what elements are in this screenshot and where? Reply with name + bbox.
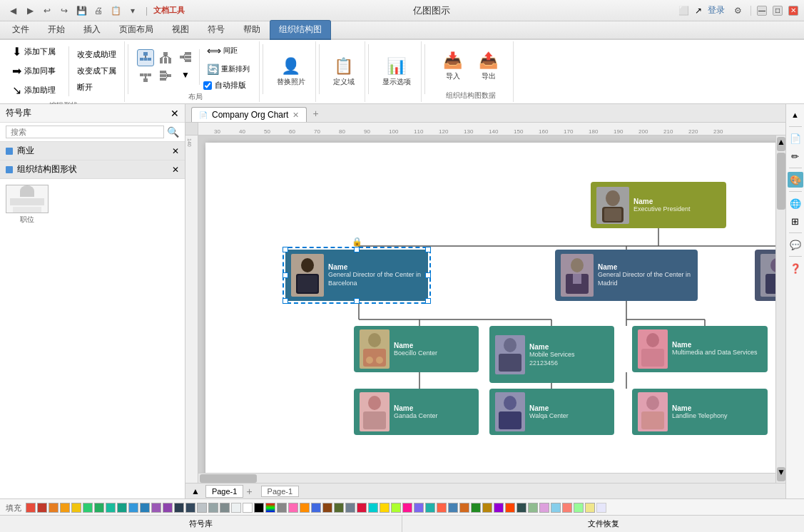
swatch-47[interactable] xyxy=(562,503,572,513)
swatch-20[interactable] xyxy=(254,503,264,513)
swatch-8[interactable] xyxy=(117,503,127,513)
maximize-btn[interactable]: □ xyxy=(773,6,783,16)
swatch-46[interactable] xyxy=(551,503,561,513)
change-down-btn[interactable]: 改变成下属 xyxy=(73,63,120,78)
right-tool-page[interactable]: 📄 xyxy=(788,131,803,146)
swatch-4[interactable] xyxy=(71,503,81,513)
right-tool-palette[interactable]: 🎨 xyxy=(788,172,803,188)
resize-handle-tl[interactable] xyxy=(283,247,288,252)
resize-handle-br[interactable] xyxy=(425,298,431,304)
swatch-48[interactable] xyxy=(574,503,584,513)
swatch-36[interactable] xyxy=(437,503,447,513)
swatch-26[interactable] xyxy=(322,503,332,513)
swatch-21[interactable] xyxy=(265,503,275,513)
swatch-15[interactable] xyxy=(197,503,207,513)
swatch-43[interactable] xyxy=(517,503,526,513)
swatch-39[interactable] xyxy=(471,503,481,513)
tab-file[interactable]: 文件 xyxy=(3,20,39,39)
vscroll-up-btn[interactable]: ▲ xyxy=(777,137,785,151)
swatch-41[interactable] xyxy=(494,503,504,513)
swatch-0[interactable] xyxy=(26,503,36,513)
swatch-18[interactable] xyxy=(231,503,241,513)
split-btn[interactable]: 断开 xyxy=(73,80,120,95)
resize-handle-tr[interactable] xyxy=(425,247,431,252)
close-btn[interactable]: ✕ xyxy=(788,6,798,16)
page-tab-1[interactable]: Page-1 xyxy=(205,485,243,498)
minimize-btn[interactable]: — xyxy=(757,6,767,16)
swatch-1[interactable] xyxy=(37,503,47,513)
swatch-17[interactable] xyxy=(220,503,230,513)
swatch-49[interactable] xyxy=(585,503,595,513)
export-btn[interactable]: 📤 导出 xyxy=(472,48,505,84)
canvas-container[interactable]: Name Executive President 🔒 xyxy=(198,135,785,483)
define-btn[interactable]: 📋 定义域 xyxy=(327,54,360,90)
hscroll-thumb[interactable] xyxy=(200,474,257,483)
replace-photo-btn[interactable]: 👤 替换照片 xyxy=(273,54,310,90)
tab-view[interactable]: 视图 xyxy=(163,20,198,39)
swatch-35[interactable] xyxy=(425,503,435,513)
resize-handle-lm[interactable] xyxy=(283,272,288,278)
resize-handle-bl[interactable] xyxy=(283,298,288,304)
vscroll-down-btn[interactable]: ▼ xyxy=(777,467,785,481)
node-mobile[interactable]: Name Mobile Services 22123456 xyxy=(489,326,614,383)
reorder-btn[interactable]: 🔄 重新排列 xyxy=(203,61,253,77)
share-btn[interactable]: ↗ xyxy=(695,6,702,16)
swatch-19[interactable] xyxy=(243,503,253,513)
node-landline[interactable]: Name Landline Telephony xyxy=(632,389,768,435)
node-exec-president[interactable]: Name Executive President xyxy=(591,182,726,228)
screen-btn[interactable]: ⬜ xyxy=(678,6,689,16)
dropdown-btn[interactable]: ▾ xyxy=(126,4,140,18)
redo-btn[interactable]: ↪ xyxy=(57,4,71,18)
swatch-7[interactable] xyxy=(106,503,116,513)
tab-file-recovery[interactable]: 文件恢复 xyxy=(402,516,804,532)
symbol-item-position[interactable]: 职位 xyxy=(6,185,49,225)
tab-insert[interactable]: 插入 xyxy=(74,20,110,39)
tab-symbol-lib[interactable]: 符号库 xyxy=(0,516,402,532)
swatch-31[interactable] xyxy=(380,503,390,513)
vscrollbar[interactable]: ▲ ▼ xyxy=(775,135,785,483)
undo-btn[interactable]: ↩ xyxy=(40,4,54,18)
swatch-16[interactable] xyxy=(208,503,218,513)
node-boecillo[interactable]: Name Boecillo Center xyxy=(354,326,479,372)
add-tab-btn[interactable]: + xyxy=(307,105,324,122)
swatch-12[interactable] xyxy=(163,503,173,513)
swatch-2[interactable] xyxy=(49,503,58,513)
tab-page-layout[interactable]: 页面布局 xyxy=(110,20,163,39)
settings-btn[interactable]: ⚙ xyxy=(731,4,745,18)
swatch-6[interactable] xyxy=(94,503,104,513)
swatch-38[interactable] xyxy=(459,503,469,513)
layout-btn-2[interactable] xyxy=(157,49,174,66)
display-btn[interactable]: 📊 显示选项 xyxy=(378,54,415,90)
node-barcelona[interactable]: 🔒 xyxy=(285,250,428,301)
right-tool-globe[interactable]: 🌐 xyxy=(788,195,803,211)
print-btn[interactable]: 🖨 xyxy=(91,4,106,18)
symbol-panel-close-btn[interactable]: ✕ xyxy=(171,108,179,119)
layout-btn-4[interactable] xyxy=(137,68,154,85)
layout-btn-1[interactable] xyxy=(137,49,154,66)
tab-help[interactable]: 帮助 xyxy=(234,20,270,39)
tab-symbol[interactable]: 符号 xyxy=(198,20,234,39)
doc-tab-close-btn[interactable]: ✕ xyxy=(292,111,299,120)
right-tool-chat[interactable]: 💬 xyxy=(788,237,803,252)
swatch-32[interactable] xyxy=(391,503,401,513)
change-sub-btn[interactable]: 改变成助理 xyxy=(73,47,120,62)
swatch-44[interactable] xyxy=(528,503,538,513)
back-btn[interactable]: ◀ xyxy=(6,4,20,18)
swatch-37[interactable] xyxy=(448,503,458,513)
swatch-34[interactable] xyxy=(414,503,424,513)
resize-handle-rm[interactable] xyxy=(425,272,431,278)
swatch-14[interactable] xyxy=(185,503,195,513)
page-tab-2[interactable]: Page-1 xyxy=(261,486,299,497)
swatch-30[interactable] xyxy=(368,503,378,513)
swatch-40[interactable] xyxy=(482,503,492,513)
category-commercial-close[interactable]: ✕ xyxy=(172,146,179,156)
spacing-btn[interactable]: ⟺ 间距 xyxy=(203,43,253,58)
layout-btn-3[interactable] xyxy=(177,49,194,66)
swatch-27[interactable] xyxy=(334,503,344,513)
swatch-50[interactable] xyxy=(596,503,606,513)
page-prev-btn[interactable]: ▲ xyxy=(188,486,203,496)
import-btn[interactable]: 📥 导入 xyxy=(437,48,469,84)
hscrollbar[interactable] xyxy=(198,473,775,483)
add-helper-btn[interactable]: ↘ 添加助理 xyxy=(7,81,64,99)
category-org-close[interactable]: ✕ xyxy=(172,165,179,175)
